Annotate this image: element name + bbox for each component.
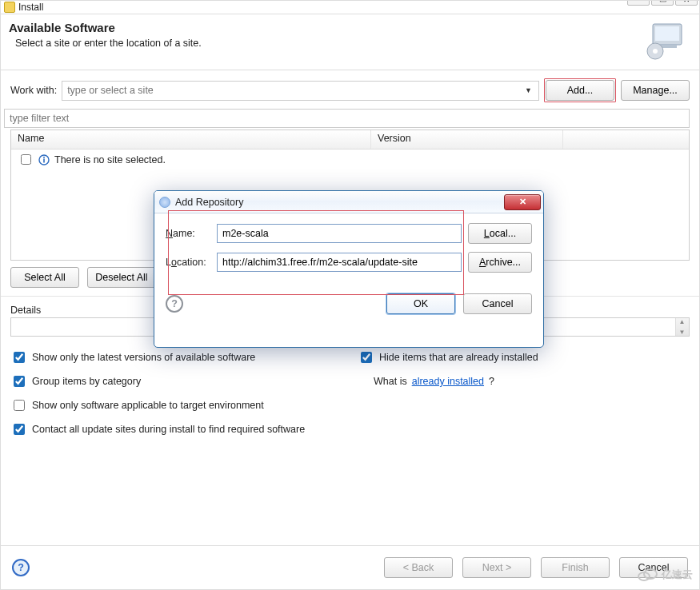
help-icon[interactable]: ?: [12, 559, 30, 576]
opt-hide-label: Hide items that are already installed: [379, 352, 538, 363]
opt-hide-checkbox[interactable]: [361, 352, 372, 363]
opt-group-checkbox[interactable]: [14, 376, 25, 387]
opt-contact[interactable]: Contact all update sites during install …: [10, 421, 354, 437]
svg-rect-6: [43, 158, 45, 162]
whatis-post: ?: [489, 376, 494, 387]
app-icon: [4, 2, 15, 13]
scroll-down-icon[interactable]: ▼: [675, 329, 689, 336]
opt-contact-label: Contact all update sites during install …: [32, 424, 305, 435]
dialog-help-icon[interactable]: ?: [166, 295, 183, 313]
svg-point-7: [43, 156, 45, 157]
select-all-button[interactable]: Select All: [10, 267, 79, 288]
opt-hide-installed[interactable]: Hide items that are already installed: [358, 349, 690, 365]
wizard-header: Available Software Select a site or ente…: [1, 14, 699, 70]
svg-rect-1: [655, 26, 679, 41]
dialog-close-button[interactable]: ✕: [504, 194, 541, 210]
opt-latest-label: Show only the latest versions of availab…: [32, 352, 255, 363]
next-button[interactable]: Next >: [462, 557, 531, 578]
name-label: Name:: [166, 228, 210, 239]
already-installed-text: What is already installed ?: [358, 373, 690, 389]
watermark: 亿速云: [636, 567, 693, 583]
svg-point-9: [644, 569, 657, 579]
filter-input[interactable]: [4, 109, 690, 128]
minimize-button[interactable]: —: [627, 0, 650, 6]
info-icon: [38, 154, 50, 165]
work-with-label: Work with:: [10, 85, 57, 96]
name-input[interactable]: [217, 224, 462, 243]
opt-latest[interactable]: Show only the latest versions of availab…: [10, 349, 354, 365]
site-combo[interactable]: ▼: [62, 81, 539, 101]
opt-contact-checkbox[interactable]: [14, 424, 25, 435]
svg-point-4: [653, 49, 658, 54]
opt-group[interactable]: Group items by category: [10, 373, 354, 389]
table-row: There is no site selected.: [11, 149, 689, 169]
window-titlebar: Install — ▭ ✕: [1, 1, 699, 14]
dialog-footer: ? OK Cancel: [154, 287, 543, 314]
finish-button[interactable]: Finish: [541, 557, 610, 578]
ok-button[interactable]: OK: [386, 293, 455, 314]
col-empty: [563, 130, 689, 149]
scroll-up-icon[interactable]: ▲: [675, 318, 689, 325]
whatis-pre: What is: [374, 376, 407, 387]
maximize-button[interactable]: ▭: [651, 0, 674, 6]
local-button[interactable]: Local...: [468, 223, 532, 244]
col-name[interactable]: Name: [11, 130, 371, 149]
col-version[interactable]: Version: [371, 130, 563, 149]
add-repository-dialog: Add Repository ✕ Name: Local... Location…: [154, 190, 544, 348]
row-checkbox[interactable]: [21, 154, 31, 165]
page-subtitle: Select a site or enter the location of a…: [15, 38, 202, 49]
site-combo-input[interactable]: [66, 84, 522, 97]
install-wizard-icon: [642, 21, 690, 61]
deselect-all-button[interactable]: Deselect All: [87, 267, 156, 288]
watermark-text: 亿速云: [662, 568, 693, 582]
table-header: Name Version: [11, 130, 689, 149]
archive-button[interactable]: Archive...: [468, 252, 532, 273]
close-button[interactable]: ✕: [675, 0, 698, 6]
location-label: Location:: [166, 257, 210, 268]
back-button[interactable]: < Back: [384, 557, 453, 578]
opt-applicable-checkbox[interactable]: [14, 400, 25, 411]
opt-group-label: Group items by category: [32, 376, 141, 387]
work-with-row: Work with: ▼ Add... Manage...: [1, 70, 699, 106]
already-installed-link[interactable]: already installed: [412, 376, 484, 387]
dialog-body: Name: Local... Location: Archive...: [154, 213, 543, 287]
opt-applicable[interactable]: Show only software applicable to target …: [10, 397, 354, 413]
add-highlight: Add...: [544, 78, 616, 102]
dialog-cancel-button[interactable]: Cancel: [463, 293, 532, 314]
chevron-down-icon[interactable]: ▼: [522, 86, 535, 94]
opt-latest-checkbox[interactable]: [14, 352, 25, 363]
wizard-footer: ? < Back Next > Finish Cancel: [1, 545, 699, 589]
opt-applicable-label: Show only software applicable to target …: [32, 400, 264, 411]
empty-message: There is no site selected.: [54, 154, 166, 165]
window-title: Install: [18, 2, 43, 13]
location-input[interactable]: [217, 253, 462, 272]
manage-button[interactable]: Manage...: [621, 80, 690, 101]
window-controls: — ▭ ✕: [627, 0, 698, 6]
options-panel: Show only the latest versions of availab…: [1, 337, 699, 444]
add-button[interactable]: Add...: [546, 80, 614, 101]
page-title: Available Software: [9, 21, 202, 34]
eclipse-icon: [159, 197, 170, 208]
dialog-title: Add Repository: [175, 197, 243, 208]
dialog-titlebar[interactable]: Add Repository ✕: [154, 191, 543, 213]
